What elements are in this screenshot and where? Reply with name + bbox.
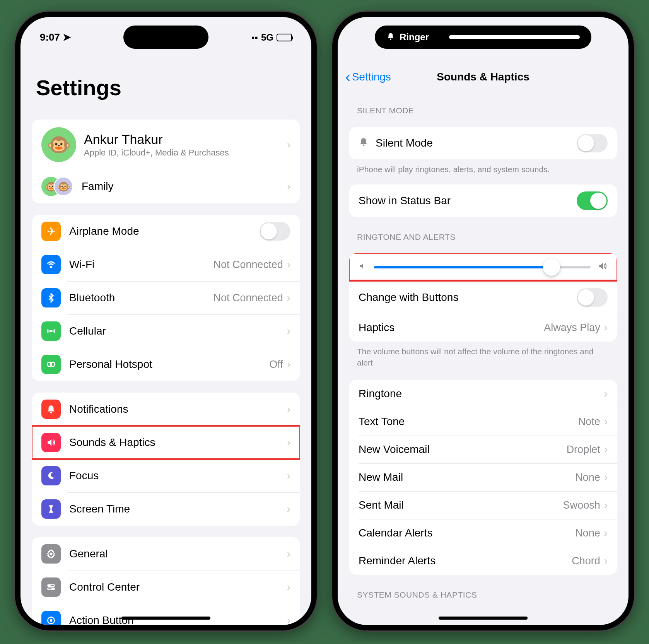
family-avatars: 🐵🐵 (41, 177, 73, 196)
new-mail-row[interactable]: New Mail None › (349, 463, 617, 491)
battery-icon (277, 34, 292, 41)
profile-group: 🐵 Ankur Thakur Apple ID, iCloud+, Media … (32, 120, 300, 203)
change-with-buttons-toggle[interactable] (577, 288, 608, 307)
chevron-right-icon: › (604, 388, 608, 400)
action-button-icon (41, 611, 61, 625)
signal-icon: ▪▪ (251, 32, 258, 43)
sound-list-group: Ringtone › Text Tone Note › New Voicemai… (349, 380, 617, 575)
chevron-right-icon: › (287, 292, 290, 304)
change-with-buttons-label: Change with Buttons (359, 291, 577, 304)
reminder-alerts-value: Chord (572, 555, 600, 567)
chevron-right-icon: › (604, 443, 608, 456)
volume-slider-row[interactable] (349, 253, 617, 281)
change-with-buttons-row[interactable]: Change with Buttons (349, 281, 617, 314)
control-center-row[interactable]: Control Center › (32, 571, 300, 604)
sent-mail-value: Swoosh (563, 499, 600, 511)
chevron-right-icon: › (604, 415, 608, 428)
screen-time-row[interactable]: Screen Time › (32, 492, 300, 526)
haptics-row[interactable]: Haptics Always Play › (349, 314, 617, 342)
bell-icon (386, 32, 395, 42)
action-button-label: Action Button (69, 614, 287, 625)
control-center-label: Control Center (69, 581, 287, 593)
network-label: 5G (261, 32, 273, 43)
bluetooth-row[interactable]: Bluetooth Not Connected › (32, 281, 300, 314)
ringtone-row[interactable]: Ringtone › (349, 380, 617, 408)
svg-point-4 (50, 412, 52, 413)
notifications-label: Notifications (69, 403, 287, 415)
show-in-statusbar-label: Show in Status Bar (359, 195, 577, 207)
speaker-high-icon (598, 261, 608, 273)
calendar-alerts-row[interactable]: Calendar Alerts None › (349, 519, 617, 547)
new-voicemail-label: New Voicemail (359, 443, 567, 456)
show-in-statusbar-toggle[interactable] (577, 191, 608, 210)
chevron-right-icon: › (287, 470, 290, 482)
chevron-right-icon: › (604, 555, 608, 567)
home-indicator[interactable] (121, 617, 210, 620)
text-tone-label: Text Tone (359, 415, 578, 428)
statusbar-group: Show in Status Bar (349, 184, 617, 217)
volume-slider[interactable] (374, 266, 591, 268)
home-indicator[interactable] (439, 617, 528, 620)
chevron-right-icon: › (287, 614, 290, 625)
silent-mode-row[interactable]: Silent Mode (349, 127, 617, 159)
haptics-value: Always Play (544, 322, 600, 334)
notifications-icon (41, 400, 61, 419)
text-tone-row[interactable]: Text Tone Note › (349, 408, 617, 436)
back-button[interactable]: ‹ Settings (345, 69, 391, 85)
airplane-icon: ✈ (41, 222, 61, 241)
general-row[interactable]: General › (32, 537, 300, 571)
hotspot-icon (41, 355, 61, 374)
silent-mode-group: Silent Mode (349, 127, 617, 159)
new-voicemail-value: Droplet (567, 444, 600, 456)
profile-name: Ankur Thakur (84, 132, 287, 147)
svg-point-8 (49, 585, 50, 586)
bluetooth-label: Bluetooth (69, 292, 213, 304)
cellular-row[interactable]: Cellular › (32, 314, 300, 348)
phone-settings-main: 9:07 ➤ ▪▪ 5G Settings 🐵 Ankur Thakur App… (15, 12, 317, 630)
sent-mail-row[interactable]: Sent Mail Swoosh › (349, 491, 617, 519)
chevron-right-icon: › (287, 180, 290, 193)
reminder-alerts-row[interactable]: Reminder Alerts Chord › (349, 547, 617, 575)
ringtone-alerts-header: RINGTONE AND ALERTS (357, 232, 609, 242)
family-row[interactable]: 🐵🐵 Family › (32, 170, 300, 203)
screentime-icon (41, 499, 61, 519)
chevron-right-icon: › (287, 138, 290, 151)
chevron-right-icon: › (604, 527, 608, 539)
airplane-mode-row[interactable]: ✈ Airplane Mode (32, 215, 300, 248)
sounds-icon (41, 433, 61, 452)
cellular-label: Cellular (69, 325, 287, 337)
wifi-row[interactable]: Wi-Fi Not Connected › (32, 248, 300, 281)
svg-point-9 (52, 588, 53, 589)
bluetooth-value: Not Connected (213, 292, 283, 304)
avatar: 🐵 (41, 127, 76, 162)
bell-icon (359, 137, 369, 150)
silent-mode-label: Silent Mode (376, 137, 577, 149)
silent-mode-toggle[interactable] (577, 134, 608, 152)
chevron-right-icon: › (604, 321, 608, 334)
location-icon: ➤ (63, 31, 71, 43)
ringtone-alerts-group: Change with Buttons Haptics Always Play … (349, 253, 617, 342)
notifications-row[interactable]: Notifications › (32, 393, 300, 426)
ringtone-label: Ringtone (359, 388, 604, 400)
ringer-label: Ringer (400, 32, 429, 43)
svg-point-11 (50, 619, 53, 622)
action-button-row[interactable]: Action Button › (32, 604, 300, 625)
chevron-right-icon: › (287, 325, 290, 337)
chevron-right-icon: › (604, 499, 608, 511)
apple-id-row[interactable]: 🐵 Ankur Thakur Apple ID, iCloud+, Media … (32, 120, 300, 170)
sounds-haptics-row[interactable]: Sounds & Haptics › (32, 426, 300, 459)
airplane-toggle[interactable] (260, 222, 290, 241)
haptics-label: Haptics (359, 321, 544, 334)
new-voicemail-row[interactable]: New Voicemail Droplet › (349, 436, 617, 463)
show-in-statusbar-row[interactable]: Show in Status Bar (349, 184, 617, 217)
chevron-right-icon: › (287, 403, 290, 415)
chevron-left-icon: ‹ (345, 69, 350, 85)
wifi-icon (41, 255, 61, 274)
hotspot-row[interactable]: Personal Hotspot Off › (32, 348, 300, 381)
text-tone-value: Note (578, 416, 600, 428)
general-label: General (69, 548, 287, 560)
silent-mode-header: SILENT MODE (357, 106, 609, 115)
chevron-right-icon: › (604, 471, 608, 483)
focus-row[interactable]: Focus › (32, 459, 300, 492)
speaker-low-icon (359, 262, 367, 273)
